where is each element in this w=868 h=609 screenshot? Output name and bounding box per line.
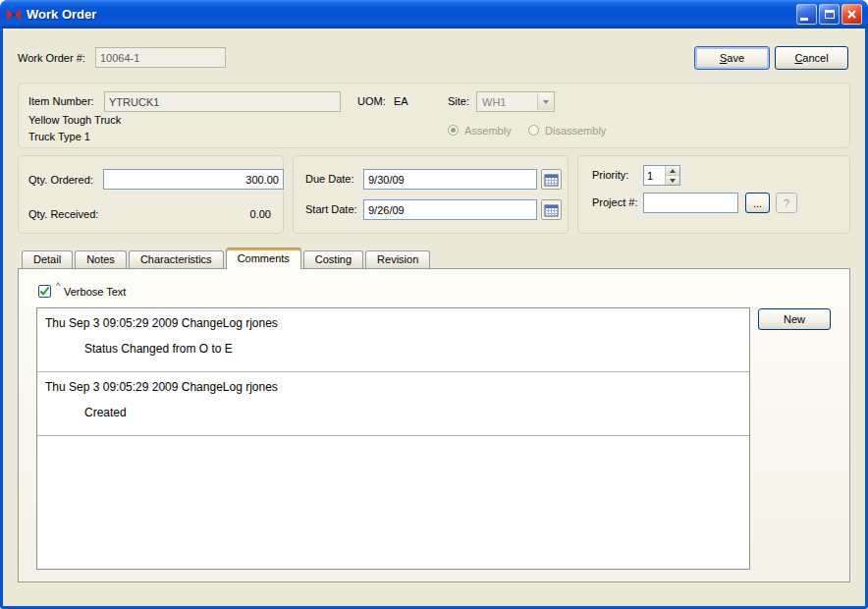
disassembly-radio: [528, 125, 539, 136]
comment-body: Status Changed from O to E: [84, 342, 741, 356]
priority-group: Priority: Project #: ... ?: [577, 155, 850, 234]
tab-revision[interactable]: Revision: [365, 250, 430, 268]
spinner-up-icon[interactable]: [666, 166, 679, 175]
window-title: Work Order: [27, 7, 796, 22]
start-date-label: Start Date:: [305, 203, 357, 215]
uom-value: EA: [394, 95, 408, 107]
tab-bar: Detail Notes Characteristics Comments Co…: [22, 248, 432, 268]
close-button[interactable]: [841, 4, 862, 25]
verbose-text-label[interactable]: Verbose Text: [64, 286, 126, 298]
comments-tab-pane: ^ Verbose Text Thu Sep 3 09:05:29 2009 C…: [18, 268, 850, 582]
item-group: Item Number: UOM: EA Site: WH1 Yellow To…: [18, 83, 850, 148]
comment-entry[interactable]: Thu Sep 3 09:05:29 2009 ChangeLog rjones…: [37, 308, 749, 372]
project-number-label: Project #:: [592, 196, 637, 208]
priority-input[interactable]: [644, 166, 665, 185]
site-value: WH1: [482, 96, 506, 108]
due-date-input[interactable]: [363, 169, 537, 190]
minimize-icon: [800, 18, 808, 21]
item-number-field: [104, 91, 341, 112]
app-icon: [6, 7, 22, 23]
maximize-icon: [825, 10, 835, 19]
window-body: Work Order #: Save Cancel Item Number: U…: [3, 28, 865, 606]
tab-notes[interactable]: Notes: [75, 250, 127, 268]
priority-label: Priority:: [592, 169, 628, 181]
assembly-label: Assembly: [464, 125, 512, 137]
verbose-text-checkbox[interactable]: [38, 285, 51, 298]
work-order-label: Work Order #:: [18, 52, 85, 64]
project-lookup-button[interactable]: ...: [745, 193, 770, 213]
checkmark-icon: [38, 285, 51, 298]
qty-ordered-label: Qty. Ordered:: [28, 174, 93, 186]
disassembly-label: Disassembly: [545, 125, 606, 137]
item-description-line2: Truck Type 1: [28, 131, 90, 142]
project-number-input[interactable]: [643, 193, 738, 213]
title-bar[interactable]: Work Order: [0, 0, 868, 28]
dates-group: Due Date: Start Date:: [293, 155, 569, 234]
start-date-calendar-button[interactable]: [541, 199, 562, 220]
work-order-number-field: [95, 47, 226, 68]
qty-received-value: 0.00: [250, 208, 271, 220]
calendar-icon: [544, 173, 559, 187]
due-date-calendar-button[interactable]: [541, 169, 562, 190]
qty-ordered-input[interactable]: [103, 169, 284, 190]
tab-detail[interactable]: Detail: [22, 250, 73, 268]
spinner-down-icon[interactable]: [666, 175, 679, 185]
item-description-line1: Yellow Tough Truck: [28, 114, 121, 126]
comment-header: Thu Sep 3 09:05:29 2009 ChangeLog rjones: [45, 316, 741, 330]
work-order-window: Work Order Work Order #: Save Cancel: [0, 0, 868, 609]
qty-received-label: Qty. Received:: [28, 208, 98, 220]
verbose-text-mark: ^: [56, 281, 60, 291]
priority-spinner[interactable]: [643, 165, 680, 186]
new-comment-button[interactable]: New: [758, 308, 831, 330]
comment-body: Created: [84, 406, 741, 419]
uom-label: UOM:: [357, 95, 386, 107]
quantities-group: Qty. Ordered: Qty. Received: 0.00: [18, 155, 284, 234]
site-combo: WH1: [476, 91, 555, 112]
calendar-icon: [544, 203, 559, 217]
comment-header: Thu Sep 3 09:05:29 2009 ChangeLog rjones: [45, 380, 741, 394]
comment-entry[interactable]: Thu Sep 3 09:05:29 2009 ChangeLog rjones…: [37, 372, 749, 436]
tab-characteristics[interactable]: Characteristics: [129, 250, 224, 268]
item-number-label: Item Number:: [28, 95, 94, 107]
tab-comments[interactable]: Comments: [226, 248, 301, 269]
combo-arrow-icon: [537, 93, 553, 110]
due-date-label: Due Date:: [305, 173, 354, 185]
save-button[interactable]: Save: [694, 46, 770, 70]
close-icon: [846, 9, 857, 20]
tab-costing[interactable]: Costing: [303, 250, 363, 268]
start-date-input[interactable]: [363, 199, 537, 220]
cancel-button[interactable]: Cancel: [775, 46, 848, 70]
site-label: Site:: [448, 95, 469, 107]
minimize-button[interactable]: [796, 4, 817, 25]
project-help-button: ?: [776, 193, 797, 213]
comment-list[interactable]: Thu Sep 3 09:05:29 2009 ChangeLog rjones…: [36, 307, 750, 570]
maximize-button[interactable]: [819, 4, 840, 25]
assembly-radio: [448, 125, 459, 136]
